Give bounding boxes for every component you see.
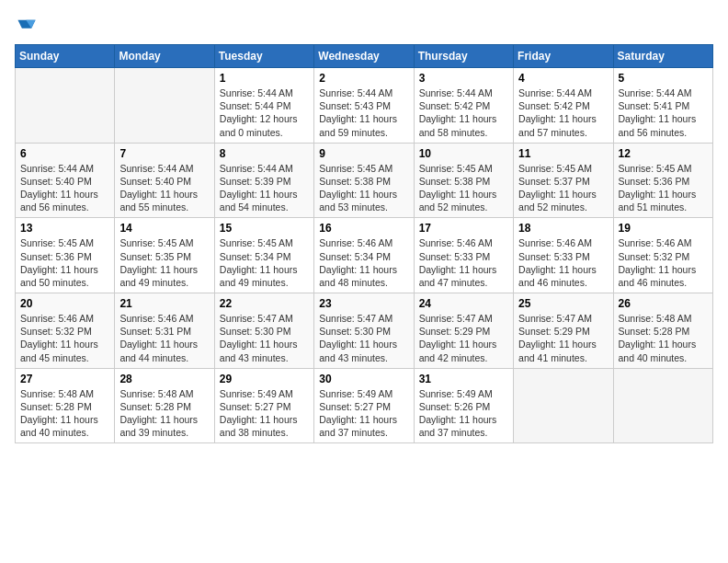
weekday-header-friday: Friday <box>514 45 613 68</box>
cell-info: Sunrise: 5:46 AMSunset: 5:32 PMDaylight:… <box>619 236 708 289</box>
day-number: 28 <box>119 373 209 385</box>
calendar-cell: 27Sunrise: 5:48 AMSunset: 5:28 PMDayligh… <box>16 368 115 443</box>
day-number: 1 <box>220 72 309 85</box>
cell-info: Sunrise: 5:49 AMSunset: 5:26 PMDaylight:… <box>419 387 508 440</box>
cell-info: Sunrise: 5:44 AMSunset: 5:42 PMDaylight:… <box>518 86 608 139</box>
day-number: 14 <box>119 222 209 235</box>
day-number: 29 <box>220 373 309 385</box>
day-number: 6 <box>20 147 109 160</box>
cell-info: Sunrise: 5:44 AMSunset: 5:44 PMDaylight:… <box>220 86 309 139</box>
cell-info: Sunrise: 5:46 AMSunset: 5:31 PMDaylight:… <box>119 312 209 364</box>
calendar-cell: 29Sunrise: 5:49 AMSunset: 5:27 PMDayligh… <box>214 368 313 443</box>
weekday-header-saturday: Saturday <box>613 45 712 68</box>
calendar-cell: 15Sunrise: 5:45 AMSunset: 5:34 PMDayligh… <box>214 218 313 293</box>
cell-info: Sunrise: 5:44 AMSunset: 5:40 PMDaylight:… <box>20 162 109 214</box>
weekday-header-wednesday: Wednesday <box>314 45 414 68</box>
weekday-header-monday: Monday <box>115 45 214 68</box>
day-number: 13 <box>20 222 109 235</box>
calendar-cell: 19Sunrise: 5:46 AMSunset: 5:32 PMDayligh… <box>613 218 712 293</box>
cell-info: Sunrise: 5:44 AMSunset: 5:39 PMDaylight:… <box>220 162 309 214</box>
calendar-cell: 26Sunrise: 5:48 AMSunset: 5:28 PMDayligh… <box>613 293 712 369</box>
calendar-cell: 23Sunrise: 5:47 AMSunset: 5:30 PMDayligh… <box>314 293 414 369</box>
day-number: 8 <box>220 147 309 160</box>
calendar-cell: 18Sunrise: 5:46 AMSunset: 5:33 PMDayligh… <box>514 218 613 293</box>
cell-info: Sunrise: 5:49 AMSunset: 5:27 PMDaylight:… <box>220 387 309 440</box>
calendar-cell: 12Sunrise: 5:45 AMSunset: 5:36 PMDayligh… <box>613 143 712 218</box>
cell-info: Sunrise: 5:46 AMSunset: 5:33 PMDaylight:… <box>419 236 508 289</box>
cell-info: Sunrise: 5:48 AMSunset: 5:28 PMDaylight:… <box>20 387 109 440</box>
day-number: 12 <box>619 147 708 160</box>
day-number: 22 <box>220 297 309 310</box>
day-number: 21 <box>119 297 209 310</box>
weekday-header-tuesday: Tuesday <box>214 45 313 68</box>
cell-info: Sunrise: 5:46 AMSunset: 5:33 PMDaylight:… <box>518 236 608 289</box>
cell-info: Sunrise: 5:44 AMSunset: 5:43 PMDaylight:… <box>319 86 408 139</box>
day-number: 20 <box>20 297 109 310</box>
cell-info: Sunrise: 5:45 AMSunset: 5:38 PMDaylight:… <box>419 162 508 214</box>
day-number: 25 <box>518 297 608 310</box>
calendar-cell: 30Sunrise: 5:49 AMSunset: 5:27 PMDayligh… <box>314 368 414 443</box>
calendar-week-4: 20Sunrise: 5:46 AMSunset: 5:32 PMDayligh… <box>16 293 713 369</box>
calendar-cell: 6Sunrise: 5:44 AMSunset: 5:40 PMDaylight… <box>16 143 115 218</box>
day-number: 10 <box>419 147 508 160</box>
calendar-table: SundayMondayTuesdayWednesdayThursdayFrid… <box>15 44 713 443</box>
day-number: 15 <box>220 222 309 235</box>
day-number: 23 <box>319 297 408 310</box>
cell-info: Sunrise: 5:48 AMSunset: 5:28 PMDaylight:… <box>619 312 708 364</box>
calendar-cell: 17Sunrise: 5:46 AMSunset: 5:33 PMDayligh… <box>414 218 513 293</box>
day-number: 3 <box>419 72 508 85</box>
calendar-cell: 8Sunrise: 5:44 AMSunset: 5:39 PMDaylight… <box>214 143 313 218</box>
day-number: 31 <box>419 373 508 385</box>
cell-info: Sunrise: 5:45 AMSunset: 5:37 PMDaylight:… <box>518 162 608 214</box>
page-header <box>15 15 713 35</box>
day-number: 24 <box>419 297 508 310</box>
cell-info: Sunrise: 5:45 AMSunset: 5:34 PMDaylight:… <box>220 236 309 289</box>
cell-info: Sunrise: 5:47 AMSunset: 5:29 PMDaylight:… <box>518 312 608 364</box>
weekday-header-row: SundayMondayTuesdayWednesdayThursdayFrid… <box>16 45 713 68</box>
calendar-week-1: 1Sunrise: 5:44 AMSunset: 5:44 PMDaylight… <box>16 68 713 144</box>
cell-info: Sunrise: 5:47 AMSunset: 5:30 PMDaylight:… <box>220 312 309 364</box>
calendar-cell: 10Sunrise: 5:45 AMSunset: 5:38 PMDayligh… <box>414 143 513 218</box>
weekday-header-thursday: Thursday <box>414 45 513 68</box>
calendar-cell: 4Sunrise: 5:44 AMSunset: 5:42 PMDaylight… <box>514 68 613 144</box>
day-number: 17 <box>419 222 508 235</box>
calendar-cell: 9Sunrise: 5:45 AMSunset: 5:38 PMDaylight… <box>314 143 414 218</box>
cell-info: Sunrise: 5:45 AMSunset: 5:36 PMDaylight:… <box>619 162 708 214</box>
calendar-cell: 20Sunrise: 5:46 AMSunset: 5:32 PMDayligh… <box>16 293 115 369</box>
calendar-cell: 2Sunrise: 5:44 AMSunset: 5:43 PMDaylight… <box>314 68 414 144</box>
day-number: 7 <box>119 147 209 160</box>
day-number: 2 <box>319 72 408 85</box>
calendar-cell <box>613 368 712 443</box>
logo-icon <box>17 15 37 35</box>
cell-info: Sunrise: 5:45 AMSunset: 5:35 PMDaylight:… <box>119 236 209 289</box>
calendar-cell: 21Sunrise: 5:46 AMSunset: 5:31 PMDayligh… <box>115 293 214 369</box>
calendar-cell: 24Sunrise: 5:47 AMSunset: 5:29 PMDayligh… <box>414 293 513 369</box>
calendar-cell: 25Sunrise: 5:47 AMSunset: 5:29 PMDayligh… <box>514 293 613 369</box>
day-number: 11 <box>518 147 608 160</box>
calendar-cell <box>514 368 613 443</box>
weekday-header-sunday: Sunday <box>16 45 115 68</box>
cell-info: Sunrise: 5:44 AMSunset: 5:42 PMDaylight:… <box>419 86 508 139</box>
day-number: 19 <box>619 222 708 235</box>
calendar-cell: 22Sunrise: 5:47 AMSunset: 5:30 PMDayligh… <box>214 293 313 369</box>
cell-info: Sunrise: 5:47 AMSunset: 5:29 PMDaylight:… <box>419 312 508 364</box>
calendar-cell: 11Sunrise: 5:45 AMSunset: 5:37 PMDayligh… <box>514 143 613 218</box>
day-number: 5 <box>619 72 708 85</box>
calendar-week-5: 27Sunrise: 5:48 AMSunset: 5:28 PMDayligh… <box>16 368 713 443</box>
calendar-cell: 13Sunrise: 5:45 AMSunset: 5:36 PMDayligh… <box>16 218 115 293</box>
day-number: 4 <box>518 72 608 85</box>
calendar-cell: 14Sunrise: 5:45 AMSunset: 5:35 PMDayligh… <box>115 218 214 293</box>
cell-info: Sunrise: 5:45 AMSunset: 5:38 PMDaylight:… <box>319 162 408 214</box>
calendar-cell: 3Sunrise: 5:44 AMSunset: 5:42 PMDaylight… <box>414 68 513 144</box>
calendar-cell: 28Sunrise: 5:48 AMSunset: 5:28 PMDayligh… <box>115 368 214 443</box>
logo <box>15 15 37 35</box>
day-number: 9 <box>319 147 408 160</box>
day-number: 18 <box>518 222 608 235</box>
cell-info: Sunrise: 5:44 AMSunset: 5:41 PMDaylight:… <box>619 86 708 139</box>
day-number: 26 <box>619 297 708 310</box>
cell-info: Sunrise: 5:46 AMSunset: 5:32 PMDaylight:… <box>20 312 109 364</box>
cell-info: Sunrise: 5:44 AMSunset: 5:40 PMDaylight:… <box>119 162 209 214</box>
day-number: 30 <box>319 373 408 385</box>
calendar-week-3: 13Sunrise: 5:45 AMSunset: 5:36 PMDayligh… <box>16 218 713 293</box>
calendar-cell: 1Sunrise: 5:44 AMSunset: 5:44 PMDaylight… <box>214 68 313 144</box>
